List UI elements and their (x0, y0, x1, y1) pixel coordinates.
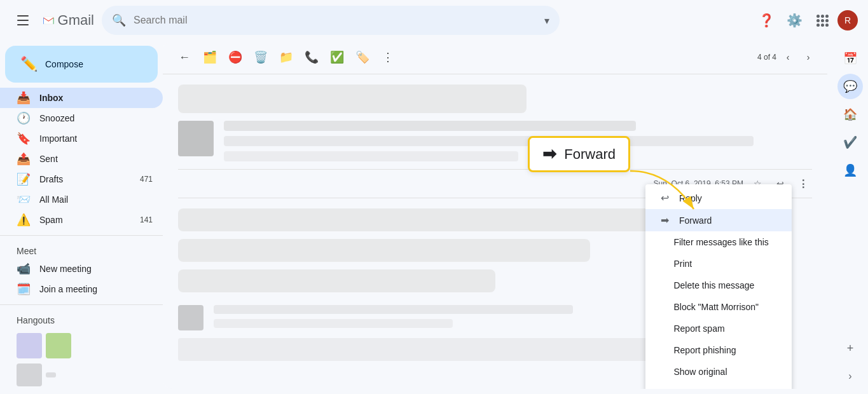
snooze-button[interactable]: ✅ (326, 46, 348, 69)
dropdown-item-show-original[interactable]: · Show original (645, 361, 792, 383)
dropdown-item-filter[interactable]: · Filter messages like this (645, 231, 792, 253)
search-input[interactable] (134, 15, 537, 26)
apps-button[interactable] (809, 8, 835, 33)
snoozed-icon: 🕐 (17, 111, 29, 125)
sidebar-item-new-meeting[interactable]: 📹 New meeting (0, 259, 163, 279)
delete-button[interactable]: 🗑️ (249, 46, 272, 69)
compose-icon: ✏️ (20, 56, 38, 72)
filter-dropdown-label: Filter messages like this (673, 237, 768, 247)
delete-dropdown-icon: · (661, 280, 663, 291)
dropdown-item-report-phishing[interactable]: · Report phishing (645, 339, 792, 361)
email-area: ← 🗂️ ⛔ 🗑️ 📁 📞 ✅ 🏷️ (163, 41, 827, 389)
meet-icon: 📅 (843, 51, 857, 65)
dropdown-item-block[interactable]: · Block "Matt Morrison" (645, 296, 792, 318)
panel-expand-icon[interactable]: › (837, 363, 863, 389)
pagination: 4 of 4 ‹ › (757, 48, 817, 66)
sidebar-item-spam[interactable]: ⚠️ Spam 141 (0, 210, 163, 230)
gmail-logo: Gmail (43, 11, 94, 30)
print-dropdown-label: Print (673, 259, 692, 269)
dropdown-menu: ↩ Reply ➡ Forward · Filter messages like… (645, 184, 792, 389)
report-spam-button[interactable]: ⛔ (224, 46, 247, 69)
settings-icon: ⚙️ (787, 13, 803, 28)
panel-meet-icon[interactable]: 📅 (837, 46, 863, 71)
labels-icon: 🏷️ (355, 50, 369, 64)
inbox-label: Inbox (39, 93, 63, 103)
sidebar-item-drafts[interactable]: 📝 Drafts 471 (0, 169, 163, 189)
delete-dropdown-label: Delete this message (673, 280, 754, 290)
prev-icon: ‹ (787, 52, 790, 62)
sidebar-item-join-meeting[interactable]: 🗓️ Join a meeting (0, 279, 163, 299)
pagination-next-button[interactable]: › (799, 48, 817, 66)
dropdown-item-reply[interactable]: ↩ Reply (645, 187, 792, 209)
message-more-button[interactable]: ⋮ (794, 175, 812, 193)
new-meeting-icon: 📹 (17, 262, 29, 276)
translate-dropdown-icon: · (661, 388, 663, 389)
sidebar-item-sent[interactable]: 📤 Sent (0, 149, 163, 169)
join-meeting-label: Join a meeting (39, 284, 97, 294)
panel-add-icon[interactable]: + (837, 336, 863, 361)
help-icon: ❓ (759, 13, 775, 28)
block-dropdown-icon: · (661, 301, 663, 313)
reply-dropdown-icon: ↩ (661, 192, 669, 204)
phone-button[interactable]: 📞 (300, 46, 323, 69)
right-panels: 📅 💬 🏠 ✔️ 👤 + › (832, 41, 868, 394)
panel-chat-icon[interactable]: 💬 (837, 74, 863, 99)
labels-button[interactable]: 🏷️ (351, 46, 374, 69)
move-icon: 📁 (279, 50, 293, 64)
dropdown-item-delete[interactable]: · Delete this message (645, 275, 792, 296)
dropdown-item-print[interactable]: · Print (645, 253, 792, 275)
topbar: Gmail 🔍 ▾ ❓ ⚙️ R (0, 0, 868, 41)
snooze-icon: ✅ (330, 50, 344, 64)
report-phishing-dropdown-label: Report phishing (673, 345, 736, 355)
spam-count: 141 (140, 215, 153, 224)
delete-icon: 🗑️ (254, 50, 268, 64)
dropdown-item-report-spam[interactable]: · Report spam (645, 318, 792, 339)
topbar-right: ❓ ⚙️ R (754, 8, 858, 33)
panel-rooms-icon[interactable]: 🏠 (837, 102, 863, 127)
panel-contacts-icon[interactable]: 👤 (837, 158, 863, 183)
forward-tooltip-arrow-icon: ➡ (542, 144, 556, 164)
spam-icon: ⚠️ (17, 213, 29, 227)
dropdown-item-forward[interactable]: ➡ Forward (645, 209, 792, 231)
sidebar-item-allmail[interactable]: 📨 All Mail (0, 189, 163, 210)
expand-icon: › (848, 370, 851, 382)
new-meeting-label: New meeting (39, 264, 92, 274)
more-actions-button[interactable]: ⋮ (376, 46, 399, 69)
compose-label: Compose (45, 59, 83, 69)
dropdown-item-translate[interactable]: · Translate message (645, 383, 792, 389)
show-original-dropdown-icon: · (661, 366, 663, 377)
compose-button[interactable]: ✏️ Compose (5, 46, 158, 83)
avatar[interactable]: R (837, 10, 858, 31)
apps-icon (816, 15, 828, 26)
allmail-label: All Mail (39, 194, 68, 205)
archive-button[interactable]: 🗂️ (198, 46, 221, 69)
back-button[interactable]: ← (173, 46, 196, 69)
forward-tooltip-label: Forward (564, 146, 616, 163)
pagination-prev-button[interactable]: ‹ (779, 48, 797, 66)
join-meeting-icon: 🗓️ (17, 282, 29, 296)
move-button[interactable]: 📁 (275, 46, 298, 69)
panel-tasks-icon[interactable]: ✔️ (837, 130, 863, 155)
sidebar-item-inbox[interactable]: 📥 Inbox (0, 88, 163, 108)
tasks-icon: ✔️ (843, 135, 857, 149)
archive-icon: 🗂️ (203, 50, 217, 64)
menu-button[interactable] (10, 8, 36, 33)
important-icon: 🔖 (17, 132, 29, 146)
more-icon: ⋮ (382, 50, 394, 64)
sidebar-item-important[interactable]: 🔖 Important (0, 128, 163, 149)
report-spam-dropdown-icon: · (661, 323, 663, 334)
search-dropdown-icon[interactable]: ▾ (544, 15, 549, 27)
report-spam-dropdown-label: Report spam (673, 323, 724, 334)
spam-label: Spam (39, 215, 63, 225)
settings-button[interactable]: ⚙️ (782, 8, 807, 33)
help-button[interactable]: ❓ (754, 8, 779, 33)
drafts-label: Drafts (39, 174, 63, 184)
sent-icon: 📤 (17, 152, 29, 166)
next-icon: › (807, 52, 810, 62)
search-bar[interactable]: 🔍 ▾ (102, 6, 560, 35)
contacts-icon: 👤 (843, 163, 857, 177)
pagination-text: 4 of 4 (757, 53, 776, 62)
forward-dropdown-label: Forward (679, 215, 712, 226)
phone-icon: 📞 (305, 50, 319, 64)
sidebar-item-snoozed[interactable]: 🕐 Snoozed (0, 108, 163, 128)
